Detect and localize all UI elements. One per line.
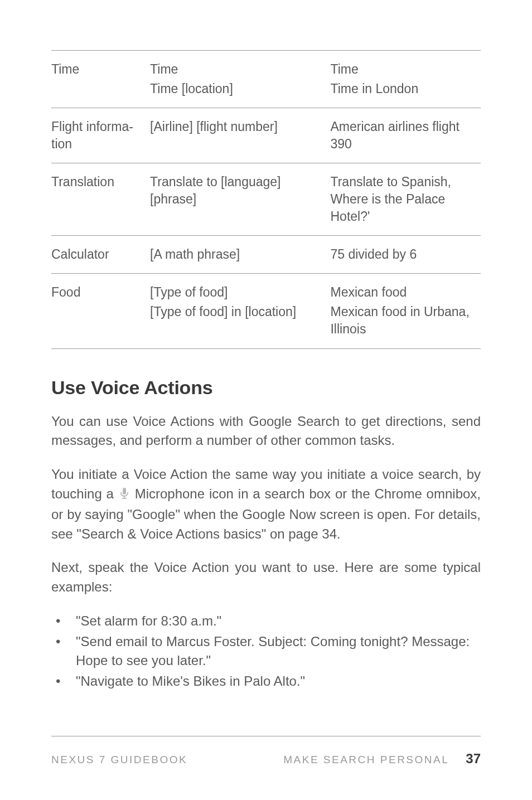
paragraph: Next, speak the Voice Action you want to… <box>51 558 481 597</box>
footer-book-title: NEXUS 7 GUIDEBOOK <box>51 754 187 766</box>
example-line: Time <box>330 62 358 76</box>
example-line: Mexican food <box>330 285 407 299</box>
paragraph: You initiate a Voice Action the same way… <box>51 465 481 544</box>
example-line: Mexican food in Urbana, Illinois <box>330 303 477 338</box>
table-row: Calculator [A math phrase] 75 divided by… <box>51 236 481 274</box>
row-example: Time Time in London <box>330 51 481 108</box>
table-row: Flight informa­tion [Airline] [flight nu… <box>51 108 481 163</box>
say-line: [Type of food] in [location] <box>150 303 327 321</box>
row-say: [A math phrase] <box>150 236 330 274</box>
say-line: Time [location] <box>150 80 327 98</box>
table-row: Time Time Time [location] Time Time in L… <box>51 51 481 108</box>
row-example: 75 divided by 6 <box>330 236 481 274</box>
section-heading: Use Voice Actions <box>51 377 481 399</box>
page-number: 37 <box>466 751 481 767</box>
row-say: [Type of food] [Type of food] in [locati… <box>150 274 330 348</box>
voice-search-table: Time Time Time [location] Time Time in L… <box>51 50 481 349</box>
table-row: Food [Type of food] [Type of food] in [l… <box>51 274 481 348</box>
say-line: [Type of food] <box>150 285 228 299</box>
list-item: "Send email to Marcus Foster. Subject: C… <box>51 632 481 671</box>
row-label: Flight informa­tion <box>51 108 150 163</box>
svg-rect-0 <box>123 488 126 494</box>
example-line: Time in London <box>330 80 477 98</box>
row-example: American airlines flight 390 <box>330 108 481 163</box>
row-example: Mexican food Mexican food in Urbana, Ill… <box>330 274 481 348</box>
page-footer: NEXUS 7 GUIDEBOOK MAKE SEARCH PERSONAL 3… <box>51 736 481 767</box>
row-label: Food <box>51 274 150 348</box>
microphone-icon <box>119 486 129 505</box>
paragraph: You can use Voice Actions with Google Se… <box>51 412 481 451</box>
footer-section-title: MAKE SEARCH PERSONAL <box>283 754 449 766</box>
row-example: Translate to Spanish, Where is the Palac… <box>330 163 481 236</box>
row-say: [Airline] [flight number] <box>150 108 330 163</box>
footer-right-group: MAKE SEARCH PERSONAL 37 <box>283 751 481 767</box>
list-item: "Set alarm for 8:30 a.m." <box>51 612 481 631</box>
page: Time Time Time [location] Time Time in L… <box>0 0 532 800</box>
row-say: Translate to [language] [phrase] <box>150 163 330 236</box>
list-item: "Navigate to Mike's Bikes in Palo Alto." <box>51 672 481 691</box>
table-row: Translation Translate to [language] [phr… <box>51 163 481 236</box>
row-label: Translation <box>51 163 150 236</box>
examples-list: "Set alarm for 8:30 a.m." "Send email to… <box>51 612 481 691</box>
row-label: Time <box>51 51 150 108</box>
say-line: Time <box>150 62 178 76</box>
row-label: Calculator <box>51 236 150 274</box>
row-say: Time Time [location] <box>150 51 330 108</box>
